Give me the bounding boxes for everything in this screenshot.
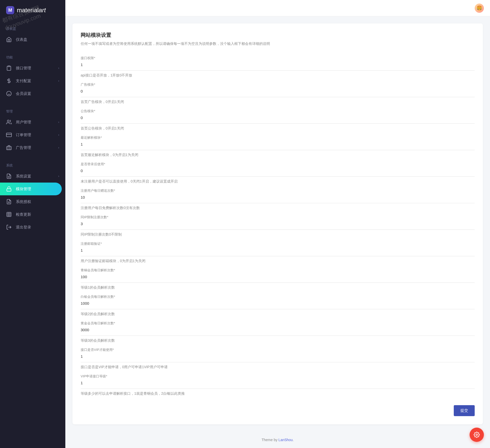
field-label: 注册邮箱验证* <box>81 238 475 246</box>
field-input[interactable] <box>81 352 475 360</box>
field-hint: 等级3的会员解析次数 <box>81 336 475 344</box>
field-input[interactable] <box>81 140 475 148</box>
chevron-right-icon: › <box>58 66 59 70</box>
field-input[interactable] <box>81 379 475 387</box>
sidebar-item-orders[interactable]: 订单管理› <box>0 129 65 141</box>
form-group: 公告模块* <box>81 105 475 124</box>
field-label: 接口是否VIP才能使用* <box>81 344 475 352</box>
form-group: 黄金会员每日解析次数* <box>81 317 475 336</box>
form-group: 是否登录后使用* <box>81 158 475 177</box>
sidebar-item-label: 仪表盘 <box>16 37 27 42</box>
sidebar-item-dashboard[interactable]: 仪表盘 <box>0 33 65 46</box>
form-group: VIP申请接口等级* <box>81 370 475 389</box>
chevron-right-icon: › <box>58 133 59 137</box>
badge-icon <box>6 145 12 150</box>
field-input[interactable] <box>81 326 475 334</box>
field-hint: 首页公告模块，0开启1关闭 <box>81 124 475 132</box>
field-input[interactable] <box>81 60 475 68</box>
field-input[interactable] <box>81 246 475 254</box>
field-hint: 等级多少的可以去申请解析接口，1就是青铜会员，2白银以此类推 <box>81 389 475 397</box>
sidebar-item-label: 广告管理 <box>16 145 31 150</box>
field-hint: 首页最近解析模块，0为开启1为关闭 <box>81 150 475 158</box>
sidebar-item-payment[interactable]: 支付配置› <box>0 74 65 87</box>
lock-icon <box>6 186 12 192</box>
sidebar-item-api-mgmt[interactable]: 接口管理› <box>0 62 65 74</box>
avatar[interactable]: 🍔 <box>475 4 484 13</box>
field-label: 注册用户每日赠送次数* <box>81 185 475 193</box>
chevron-right-icon: › <box>58 146 59 149</box>
field-hint: 用户注册验证邮箱模块，0为开启1为关闭 <box>81 256 475 264</box>
dollar-icon <box>6 78 12 84</box>
home-icon <box>6 37 12 42</box>
sidebar-item-label: 支付配置 <box>16 79 31 83</box>
svg-rect-11 <box>7 189 11 191</box>
sidebar-item-license[interactable]: 系统授权 <box>0 195 65 208</box>
field-label: 公告模块* <box>81 105 475 113</box>
users-icon <box>6 119 12 125</box>
chevron-right-icon: › <box>58 79 59 83</box>
footer: Theme by LanShou. <box>65 432 490 448</box>
sidebar-item-users[interactable]: 用户管理› <box>0 116 65 129</box>
sidebar-item-label: 系统授权 <box>16 199 31 204</box>
form-group: 青铜会员每日解析次数* <box>81 264 475 283</box>
svg-point-5 <box>7 120 9 122</box>
sidebar-item-label: 检查更新 <box>16 212 31 217</box>
sidebar-item-label: 退出登录 <box>16 225 31 230</box>
page-title: 网站模块设置 <box>81 32 475 39</box>
sidebar-item-label: 系统设置 <box>16 174 31 179</box>
field-label: 广告模块* <box>81 79 475 87</box>
sidebar-item-label: 模块管理 <box>16 187 31 191</box>
sidebar-item-modules[interactable]: 模块管理 <box>0 183 62 195</box>
field-label: 白银会员每日解析次数* <box>81 291 475 299</box>
submit-button[interactable]: 提交 <box>454 405 475 416</box>
field-label: 青铜会员每日解析次数* <box>81 264 475 273</box>
field-label: 同IP限制注册次数* <box>81 211 475 220</box>
field-input[interactable] <box>81 273 475 280</box>
field-input[interactable] <box>81 299 475 307</box>
field-hint: api接口是否开放，1开放0不开放 <box>81 71 475 79</box>
fab-settings[interactable] <box>470 428 484 442</box>
sidebar: M materialart 仪表盘仪表盘功能接口管理›支付配置›会员设置管理用户… <box>0 0 65 448</box>
field-hint: 注册用户每日免费解析次数0没有次数 <box>81 203 475 211</box>
field-label: 是否登录后使用* <box>81 158 475 167</box>
table-icon <box>6 212 12 217</box>
doc-icon <box>6 199 12 204</box>
sidebar-item-update[interactable]: 检查更新 <box>0 208 65 221</box>
sidebar-item-logout[interactable]: 退出登录 <box>0 221 65 234</box>
sidebar-item-label: 用户管理 <box>16 120 31 125</box>
svg-rect-0 <box>8 66 10 67</box>
clipboard-icon <box>6 65 12 71</box>
smile-icon <box>6 91 12 96</box>
exit-icon <box>6 224 12 230</box>
field-input[interactable] <box>81 87 475 95</box>
field-hint: 接口是否是VIP才能申请，0用户可申请1VIP用户可申请 <box>81 362 475 370</box>
field-input[interactable] <box>81 193 475 201</box>
field-input[interactable] <box>81 220 475 227</box>
svg-point-19 <box>476 434 477 436</box>
page-subtitle: 任何一项不填写或者为空将使用系统默认配置，所以请确保每一项不为空且为说明参数，没… <box>81 42 475 46</box>
settings-card: 网站模块设置 任何一项不填写或者为空将使用系统默认配置，所以请确保每一项不为空且… <box>72 23 483 424</box>
field-label: 黄金会员每日解析次数* <box>81 317 475 326</box>
field-input[interactable] <box>81 167 475 174</box>
sidebar-item-system[interactable]: 系统设置› <box>0 170 65 183</box>
doc-icon <box>6 173 12 179</box>
field-hint: 未注册用户是否可以直接使用，0关闭1开启，建议设置成开启 <box>81 177 475 185</box>
form-group: 注册邮箱验证* <box>81 238 475 256</box>
form-group: 广告模块* <box>81 79 475 97</box>
sidebar-item-member[interactable]: 会员设置 <box>0 87 65 100</box>
sidebar-nav: 仪表盘仪表盘功能接口管理›支付配置›会员设置管理用户管理›订单管理›广告管理›系… <box>0 20 65 237</box>
form-group: 白银会员每日解析次数* <box>81 291 475 309</box>
card-icon <box>6 132 12 138</box>
field-label: 最近解析模块* <box>81 132 475 140</box>
field-hint: 等级2的会员解析次数 <box>81 309 475 317</box>
field-label: VIP申请接口等级* <box>81 370 475 379</box>
topbar: 🍔 <box>65 0 490 16</box>
sidebar-item-ads[interactable]: 广告管理› <box>0 141 65 154</box>
brand-icon: M <box>6 6 14 14</box>
brand[interactable]: M materialart <box>0 0 65 20</box>
chevron-right-icon: › <box>58 174 59 178</box>
field-hint: 等级1的会员解析次数 <box>81 283 475 291</box>
field-input[interactable] <box>81 113 475 121</box>
svg-rect-6 <box>6 133 11 137</box>
footer-link[interactable]: LanShou <box>278 438 293 442</box>
